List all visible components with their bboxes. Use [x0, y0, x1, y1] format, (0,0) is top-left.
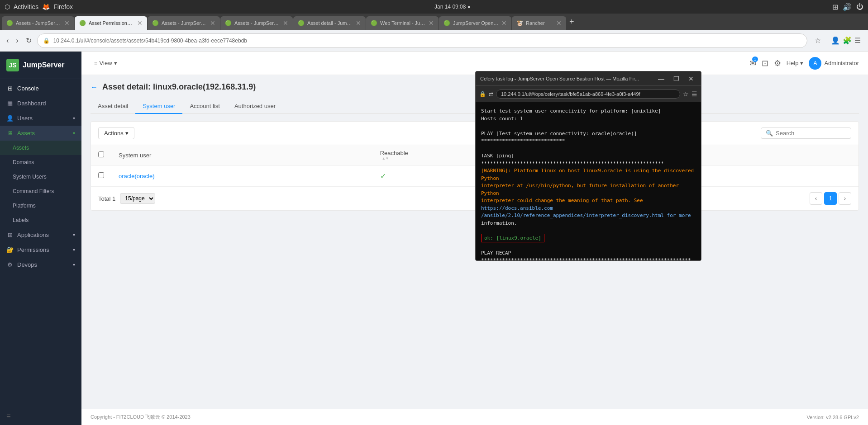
sidebar-label-platforms: Platforms: [13, 203, 36, 209]
bookmark-icon[interactable]: ☆: [815, 36, 821, 45]
pagination-row: Total 1 15/page ‹ 1 ›: [91, 187, 858, 210]
network-icon[interactable]: ⊞: [832, 3, 838, 11]
view-button[interactable]: ≡ View ▾: [91, 58, 121, 68]
tab-system-user[interactable]: System user: [135, 99, 182, 114]
email-icon[interactable]: ✉ 1: [749, 58, 756, 68]
sidebar-toggle-icon[interactable]: ☰: [6, 414, 11, 419]
titlebar-apps: ⬡ Activities 🦊 Firefox: [5, 3, 73, 10]
main-content: ≡ View ▾ ✉ 1 ⊡ ⚙ Help ▾: [81, 52, 868, 425]
sidebar-item-labels[interactable]: Labels: [0, 213, 81, 227]
system-user-table: System user Reachable ▲▼ Actions: [91, 145, 858, 187]
card-toolbar: Actions ▾ 🔍: [91, 122, 858, 145]
log-line-1: Start test system user connectivity for …: [481, 108, 696, 115]
address-icons: ☆: [811, 36, 825, 45]
tab-close-5[interactable]: ✕: [356, 19, 361, 27]
tab-favicon-7: 🟢: [444, 20, 450, 26]
back-button[interactable]: ←: [91, 83, 98, 91]
address-bar[interactable]: 🔒 10.244.0.1/ui/#/console/assets/assets/…: [37, 33, 807, 48]
volume-icon[interactable]: 🔊: [843, 3, 852, 11]
sidebar-item-assets[interactable]: 🖥 Assets ▾: [0, 126, 81, 141]
sidebar-item-domains[interactable]: Domains: [0, 155, 81, 170]
assets-arrow: ▾: [73, 131, 75, 136]
pagination-buttons: ‹ 1 ›: [810, 192, 851, 205]
prev-page-button[interactable]: ‹: [810, 192, 822, 205]
log-ok-box: ok: [linux9.oracle]: [481, 234, 544, 242]
browser-tab-3[interactable]: 🟢 Assets - JumpServer Op... ✕: [148, 16, 220, 30]
page-size-select[interactable]: 15/page: [120, 193, 155, 204]
popup-menu-icon[interactable]: ☰: [692, 90, 697, 98]
new-tab-button[interactable]: +: [567, 17, 577, 27]
tab-close-2[interactable]: ✕: [137, 19, 143, 27]
browser-tab-8[interactable]: 🐮 Rancher ✕: [512, 16, 566, 30]
firefox-label[interactable]: Firefox: [53, 3, 73, 10]
power-icon[interactable]: ⏻: [856, 3, 863, 11]
tab-favicon-1: 🟢: [6, 20, 13, 26]
popup-log-content: Start test system user connectivity for …: [476, 102, 701, 260]
tab-asset-detail[interactable]: Asset detail: [91, 99, 135, 114]
activities-label[interactable]: Activities: [14, 3, 38, 10]
sidebar-item-platforms[interactable]: Platforms: [0, 198, 81, 213]
profile-icon[interactable]: 👤: [831, 36, 840, 45]
browser-tab-4[interactable]: 🟢 Assets - JumpServer Op... ✕: [220, 16, 293, 30]
tab-authorized-user[interactable]: Authorized user: [227, 99, 283, 114]
actions-dropdown-button[interactable]: Actions ▾: [98, 127, 134, 139]
menu-icon[interactable]: ☰: [854, 36, 861, 45]
sidebar-item-assets-sub[interactable]: Assets: [0, 141, 81, 155]
tab-close-7[interactable]: ✕: [501, 19, 507, 27]
table-row: oracle(oracle) ✓ Test More: [91, 165, 858, 187]
sidebar-item-console[interactable]: ⊞ Console: [0, 81, 81, 96]
popup-minimize-button[interactable]: —: [655, 74, 667, 83]
tab-close-8[interactable]: ✕: [556, 19, 562, 27]
th-check: [91, 145, 111, 165]
log-line-15: PLAY RECAP *****************************…: [481, 250, 696, 261]
sidebar-item-applications[interactable]: ⊞ Applications ▾: [0, 227, 81, 242]
search-icon: 🔍: [766, 130, 773, 137]
tab-close-6[interactable]: ✕: [429, 19, 434, 27]
console-icon: ⊞: [6, 85, 14, 92]
search-input[interactable]: [776, 130, 852, 137]
browser-tab-6[interactable]: 🟢 Web Terminal - JumpSer... ✕: [366, 16, 439, 30]
current-page-button[interactable]: 1: [824, 192, 837, 205]
tab-close-1[interactable]: ✕: [64, 19, 70, 27]
media-icon[interactable]: ⊡: [762, 58, 768, 68]
next-page-button[interactable]: ›: [839, 192, 851, 205]
sidebar-item-permissions[interactable]: 🔐 Permissions ▾: [0, 242, 81, 257]
assets-icon: 🖥: [6, 130, 14, 137]
tab-close-4[interactable]: ✕: [283, 19, 288, 27]
sidebar-item-command-filters[interactable]: Command Filters: [0, 184, 81, 198]
tab-close-3[interactable]: ✕: [210, 19, 215, 27]
tab-label-7: JumpServer Open Sourc...: [453, 20, 499, 26]
popup-url[interactable]: 10.244.0.1/ui/#/ops/celery/task/bfe5a1ab…: [496, 90, 680, 99]
forward-nav-button[interactable]: ›: [14, 35, 20, 47]
sidebar-item-dashboard[interactable]: ▦ Dashboard: [0, 96, 81, 111]
footer: Copyright - FIT2CLOUD 飞致云 © 2014-2023 Ve…: [81, 409, 868, 425]
system-user-link[interactable]: oracle(oracle): [119, 173, 154, 179]
log-line-9: interpreter could change the meaning of …: [481, 197, 696, 212]
sidebar-item-devops[interactable]: ⚙ Devops ▾: [0, 257, 81, 272]
back-nav-button[interactable]: ‹: [5, 35, 10, 47]
select-all-checkbox[interactable]: [98, 151, 104, 157]
sidebar-item-users[interactable]: 👤 Users ▾: [0, 111, 81, 126]
popup-close-button[interactable]: ✕: [686, 74, 696, 83]
user-info[interactable]: A Administrator: [809, 57, 859, 70]
view-chevron-icon: ▾: [114, 60, 117, 66]
popup-restore-button[interactable]: ❐: [671, 74, 682, 83]
permissions-arrow: ▾: [73, 247, 75, 252]
refresh-button[interactable]: ↻: [24, 34, 33, 47]
popup-bookmark-icon[interactable]: ☆: [683, 90, 689, 98]
browser-tab-2[interactable]: 🟢 Asset Permissions - Jum... ✕: [75, 16, 147, 30]
row-checkbox[interactable]: [98, 172, 104, 178]
help-label: Help: [787, 60, 799, 66]
permissions-icon: 🔐: [6, 246, 14, 253]
browser-tab-7[interactable]: 🟢 JumpServer Open Sourc... ✕: [439, 16, 511, 30]
sidebar-item-system-users[interactable]: System Users: [0, 170, 81, 184]
browser-tab-5[interactable]: 🟢 Asset detail - JumpServe... ✕: [293, 16, 366, 30]
table-body: oracle(oracle) ✓ Test More: [91, 165, 858, 187]
search-box[interactable]: 🔍: [761, 128, 851, 139]
extensions-icon[interactable]: 🧩: [843, 36, 852, 45]
settings-icon[interactable]: ⚙: [774, 58, 781, 68]
tab-account-list[interactable]: Account list: [182, 99, 227, 114]
browser-tab-1[interactable]: 🟢 Assets - JumpServer Op... ✕: [2, 16, 74, 30]
help-button[interactable]: Help ▾: [787, 60, 804, 66]
log-line-5: [481, 145, 696, 153]
